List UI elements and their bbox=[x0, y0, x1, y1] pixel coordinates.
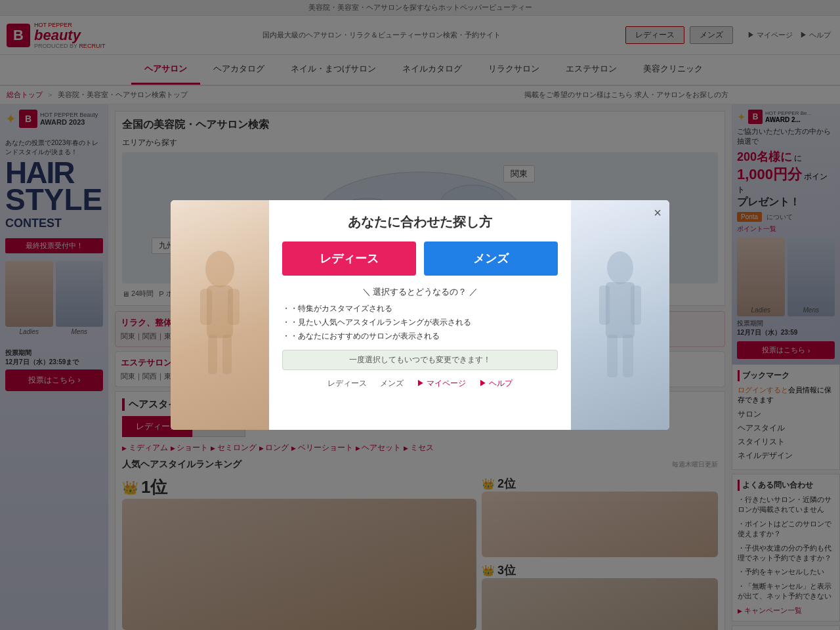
modal-once-text: 一度選択してもいつでも変更できます！ bbox=[282, 350, 558, 370]
modal-center: あなたに合わせた探し方 レディース メンズ ＼ 選択するとどうなるの？ ／ ・特… bbox=[269, 200, 571, 430]
modal-links: レディース メンズ ▶ マイページ ▶ ヘルプ bbox=[282, 378, 558, 389]
svg-rect-9 bbox=[222, 335, 232, 374]
modal-link-help[interactable]: ▶ ヘルプ bbox=[479, 378, 513, 389]
modal-mens-button[interactable]: メンズ bbox=[424, 242, 558, 276]
svg-point-4 bbox=[205, 251, 234, 287]
modal-left-photo bbox=[171, 200, 269, 430]
modal-buttons: レディース メンズ bbox=[282, 242, 558, 276]
svg-rect-15 bbox=[623, 335, 633, 377]
svg-rect-14 bbox=[607, 335, 618, 377]
modal-desc-title: ＼ 選択するとどうなるの？ ／ bbox=[282, 286, 558, 298]
svg-rect-13 bbox=[631, 285, 641, 325]
svg-point-10 bbox=[607, 251, 633, 284]
svg-rect-11 bbox=[606, 282, 635, 338]
svg-rect-8 bbox=[208, 335, 217, 374]
modal-desc-item-1: ・特集がカスタマイズされる bbox=[282, 303, 558, 314]
modal-dialog: × あなたに合わせた探し方 レディース メンズ bbox=[171, 200, 669, 430]
modal-desc-item-2: ・見たい人気ヘアスタイルランキングが表示される bbox=[282, 317, 558, 328]
modal-close-button[interactable]: × bbox=[654, 205, 662, 220]
modal-title: あなたに合わせた探し方 bbox=[282, 213, 558, 231]
svg-rect-6 bbox=[200, 289, 212, 325]
modal-link-mens[interactable]: メンズ bbox=[380, 378, 404, 389]
modal-link-ladies[interactable]: レディース bbox=[327, 378, 367, 389]
modal-right-photo bbox=[571, 200, 669, 430]
woman-silhouette-icon bbox=[194, 249, 246, 381]
svg-rect-12 bbox=[599, 285, 610, 325]
modal-overlay[interactable]: × あなたに合わせた探し方 レディース メンズ bbox=[0, 0, 840, 630]
man-silhouette-icon bbox=[594, 249, 646, 381]
modal-desc-item-3: ・あなたにおすすめのサロンが表示される bbox=[282, 331, 558, 342]
modal-desc-list: ・特集がカスタマイズされる ・見たい人気ヘアスタイルランキングが表示される ・あ… bbox=[282, 303, 558, 342]
svg-rect-7 bbox=[228, 289, 240, 325]
modal-inner: あなたに合わせた探し方 レディース メンズ ＼ 選択するとどうなるの？ ／ ・特… bbox=[171, 200, 669, 430]
modal-link-mypage[interactable]: ▶ マイページ bbox=[417, 378, 466, 389]
modal-ladies-button[interactable]: レディース bbox=[282, 242, 416, 276]
